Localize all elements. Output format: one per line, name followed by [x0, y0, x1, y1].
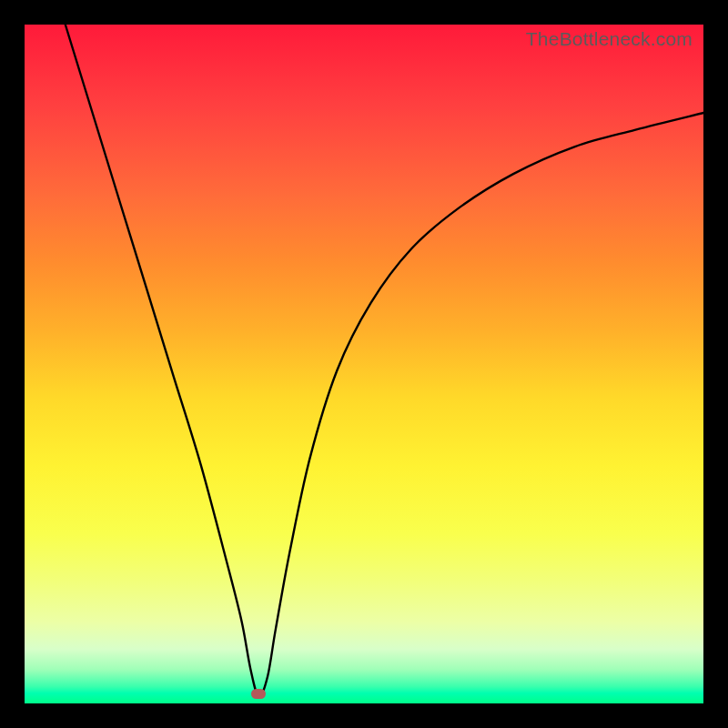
- optimal-point-marker: [251, 689, 266, 699]
- bottleneck-curve: [66, 25, 703, 697]
- curve-svg: [25, 25, 703, 703]
- chart-frame: TheBottleneck.com: [0, 0, 728, 728]
- plot-area: TheBottleneck.com: [25, 25, 703, 703]
